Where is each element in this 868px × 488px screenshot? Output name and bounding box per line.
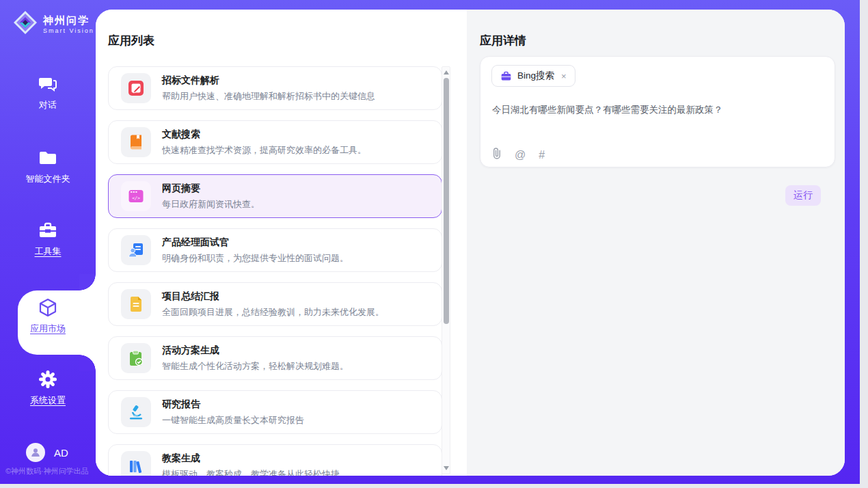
avatar bbox=[26, 443, 45, 462]
app-window: 神州问学 Smart Vision 对话 智能文件夹 工具集 bbox=[0, 0, 868, 488]
books-icon bbox=[121, 451, 151, 476]
app-card-research-report[interactable]: 研究报告 一键智能生成高质量长文本研究报告 bbox=[108, 390, 442, 434]
query-input[interactable]: 今日湖北有哪些新闻要点？有哪些需要关注的最新政策？ bbox=[492, 103, 820, 117]
hash-icon[interactable]: # bbox=[539, 149, 545, 161]
app-detail-panel: 应用详情 Bing搜索 × 今日湖北有哪些新闻要点？有哪些需要关注的最新政策？ … bbox=[467, 10, 845, 476]
app-desc: 全面回顾项目进展，总结经验教训，助力未来优化发展。 bbox=[162, 306, 384, 318]
brand-name: 神州问学 bbox=[43, 14, 94, 27]
brand-subtitle: Smart Vision bbox=[43, 27, 94, 34]
sidebar-item-label: 工具集 bbox=[35, 246, 62, 256]
chat-icon bbox=[38, 74, 58, 94]
app-name: 项目总结汇报 bbox=[162, 290, 384, 303]
app-list-panel: 应用列表 招标文件解析 帮助用户快速、准确地理解和解析招标书中的关键信息 bbox=[96, 10, 467, 476]
sidebar-item-app-market[interactable]: 应用市场 bbox=[0, 297, 96, 335]
app-card-list: 招标文件解析 帮助用户快速、准确地理解和解析招标书中的关键信息 文献搜索 快速精… bbox=[108, 66, 442, 476]
tool-tag-bing-search[interactable]: Bing搜索 × bbox=[491, 65, 575, 87]
sidebar-item-toolset[interactable]: 工具集 bbox=[0, 220, 96, 258]
report-doc-icon bbox=[121, 289, 151, 319]
sidebar: 神州问学 Smart Vision 对话 智能文件夹 工具集 bbox=[0, 0, 96, 484]
svg-text:</>: </> bbox=[132, 195, 140, 201]
app-detail-title: 应用详情 bbox=[480, 33, 526, 49]
app-card-pm-interviewer[interactable]: 产品经理面试官 明确身份和职责，为您提供专业性的面试问题。 bbox=[108, 228, 442, 272]
app-desc: 每日政府新闻资讯快查。 bbox=[162, 198, 260, 211]
sidebar-item-label: 智能文件夹 bbox=[26, 174, 70, 184]
folder-icon bbox=[38, 148, 58, 168]
app-list-scrollbar[interactable] bbox=[442, 66, 450, 474]
clipboard-check-icon bbox=[121, 343, 151, 373]
app-card-event-plan[interactable]: 活动方案生成 智能生成个性化活动方案，轻松解决规划难题。 bbox=[108, 336, 442, 380]
app-name: 招标文件解析 bbox=[162, 74, 375, 87]
app-desc: 快速精准查找学术资源，提高研究效率的必备工具。 bbox=[162, 144, 366, 157]
app-card-literature-search[interactable]: 文献搜索 快速精准查找学术资源，提高研究效率的必备工具。 bbox=[108, 120, 442, 164]
cube-icon bbox=[38, 297, 58, 318]
gear-icon bbox=[38, 369, 58, 390]
toolbox-icon bbox=[38, 220, 58, 241]
user-initials: AD bbox=[54, 447, 68, 459]
diamond-logo-icon bbox=[12, 10, 38, 38]
paperclip-icon[interactable] bbox=[492, 148, 502, 162]
scroll-down-icon[interactable] bbox=[444, 466, 449, 470]
interviewer-icon bbox=[121, 235, 151, 265]
app-desc: 智能生成个性化活动方案，轻松解决规划难题。 bbox=[162, 360, 349, 372]
app-card-bid-parse[interactable]: 招标文件解析 帮助用户快速、准确地理解和解析招标书中的关键信息 bbox=[108, 66, 442, 110]
web-code-icon: </> bbox=[121, 181, 151, 211]
person-icon bbox=[30, 447, 41, 458]
app-desc: 一键智能生成高质量长文本研究报告 bbox=[162, 414, 304, 426]
sidebar-item-chat[interactable]: 对话 bbox=[0, 74, 96, 111]
sidebar-item-settings[interactable]: 系统设置 bbox=[0, 369, 96, 407]
sidebar-item-label: 系统设置 bbox=[30, 395, 66, 405]
app-name: 教案生成 bbox=[162, 452, 340, 465]
microscope-icon bbox=[121, 397, 151, 427]
app-desc: 帮助用户快速、准确地理解和解析招标书中的关键信息 bbox=[162, 90, 375, 103]
app-name: 产品经理面试官 bbox=[162, 236, 349, 249]
brand-text: 神州问学 Smart Vision bbox=[43, 14, 94, 34]
copyright-text: ©神州数码·神州问学出品 bbox=[5, 466, 89, 476]
app-card-lesson-plan[interactable]: 教案生成 模板驱动，教案秒成，教学准备从此轻松快捷 bbox=[108, 444, 442, 476]
at-icon[interactable]: @ bbox=[515, 149, 526, 161]
content-area: 应用列表 招标文件解析 帮助用户快速、准确地理解和解析招标书中的关键信息 bbox=[96, 10, 845, 476]
edit-square-icon bbox=[121, 73, 151, 103]
app-card-web-summary[interactable]: </> 网页摘要 每日政府新闻资讯快查。 bbox=[108, 174, 442, 218]
app-name: 活动方案生成 bbox=[162, 344, 349, 357]
user-account[interactable]: AD bbox=[26, 443, 68, 462]
app-desc: 模板驱动，教案秒成，教学准备从此轻松快捷 bbox=[162, 468, 340, 476]
prompt-toolbar: @ # bbox=[492, 148, 545, 162]
app-list-title: 应用列表 bbox=[108, 33, 154, 49]
book-icon bbox=[121, 127, 151, 157]
run-button[interactable]: 运行 bbox=[785, 185, 821, 206]
brand: 神州问学 Smart Vision bbox=[12, 10, 94, 38]
sidebar-item-label: 应用市场 bbox=[30, 323, 66, 334]
app-name: 网页摘要 bbox=[162, 182, 260, 195]
app-desc: 明确身份和职责，为您提供专业性的面试问题。 bbox=[162, 252, 349, 265]
close-icon[interactable]: × bbox=[560, 71, 568, 81]
scroll-up-icon[interactable] bbox=[444, 70, 449, 74]
briefcase-icon bbox=[500, 70, 512, 82]
scrollbar-thumb[interactable] bbox=[444, 78, 449, 324]
sidebar-item-label: 对话 bbox=[39, 100, 57, 110]
prompt-card: Bing搜索 × 今日湖北有哪些新闻要点？有哪些需要关注的最新政策？ @ # bbox=[480, 56, 835, 167]
app-name: 研究报告 bbox=[162, 398, 304, 411]
app-card-project-summary[interactable]: 项目总结汇报 全面回顾项目进展，总结经验教训，助力未来优化发展。 bbox=[108, 282, 442, 326]
tool-tag-label: Bing搜索 bbox=[517, 70, 554, 82]
app-name: 文献搜索 bbox=[162, 128, 366, 141]
sidebar-item-smart-folder[interactable]: 智能文件夹 bbox=[0, 148, 96, 185]
